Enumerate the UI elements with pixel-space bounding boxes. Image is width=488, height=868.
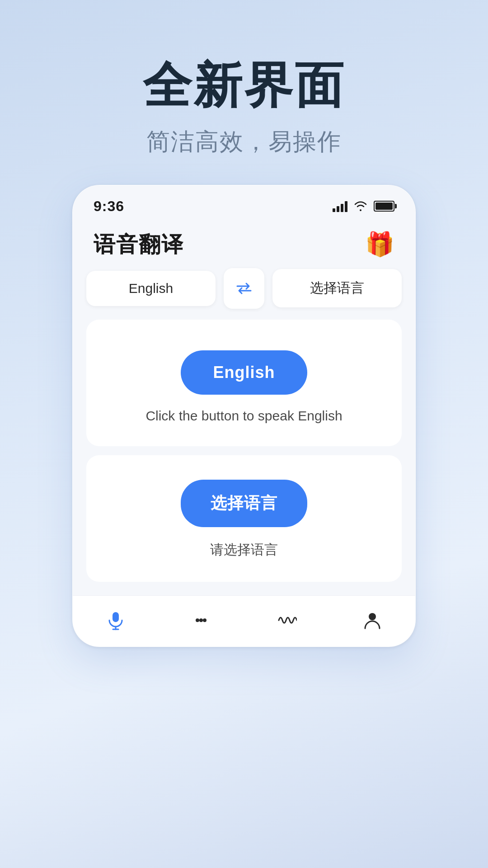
signal-icon <box>333 200 347 212</box>
signal-bar-1 <box>333 208 335 212</box>
translation-panel-target: 选择语言 请选择语言 <box>86 455 402 582</box>
battery-icon <box>374 201 394 212</box>
status-bar: 9:36 <box>73 185 415 219</box>
nav-item-mic[interactable] <box>92 607 139 634</box>
hero-section: 全新界面 简洁高效，易操作 <box>0 0 488 185</box>
wave-icon <box>277 610 297 630</box>
translation-panel-source: English Click the button to speak Englis… <box>86 320 402 446</box>
speak-target-button[interactable]: 选择语言 <box>181 480 307 527</box>
svg-point-5 <box>203 618 206 622</box>
signal-bar-3 <box>341 204 343 212</box>
chat-icon <box>191 610 211 630</box>
panels-container: English Click the button to speak Englis… <box>73 320 415 595</box>
lang-selector-row: English 选择语言 <box>73 268 415 320</box>
wifi-icon <box>354 201 367 212</box>
svg-point-6 <box>369 613 376 620</box>
signal-bar-4 <box>345 201 347 212</box>
signal-bar-2 <box>337 206 339 212</box>
app-title: 语音翻译 <box>94 230 184 259</box>
phone-mockup: 9:36 语音翻译 🎁 English <box>72 185 416 647</box>
user-icon <box>362 610 382 630</box>
nav-item-wave[interactable] <box>263 607 310 634</box>
svg-point-4 <box>199 618 203 622</box>
swap-button[interactable] <box>224 268 264 309</box>
speak-target-hint: 请选择语言 <box>210 541 278 559</box>
nav-item-user[interactable] <box>349 607 396 634</box>
speak-english-button[interactable]: English <box>181 350 307 395</box>
battery-fill <box>375 203 393 210</box>
status-time: 9:36 <box>94 198 124 215</box>
hero-subtitle: 简洁高效，易操作 <box>146 126 342 158</box>
target-lang-button[interactable]: 选择语言 <box>272 269 402 307</box>
status-icons <box>333 200 394 212</box>
swap-icon <box>235 282 253 295</box>
mic-icon <box>106 610 126 630</box>
app-header: 语音翻译 🎁 <box>73 219 415 268</box>
speak-english-hint: Click the button to speak English <box>145 408 342 424</box>
svg-rect-0 <box>113 612 119 622</box>
nav-item-chat[interactable] <box>178 607 225 634</box>
source-lang-button[interactable]: English <box>86 271 216 306</box>
hero-title: 全新界面 <box>143 59 345 113</box>
bottom-nav <box>73 595 415 646</box>
svg-point-3 <box>196 618 199 622</box>
gift-icon[interactable]: 🎁 <box>365 231 394 258</box>
